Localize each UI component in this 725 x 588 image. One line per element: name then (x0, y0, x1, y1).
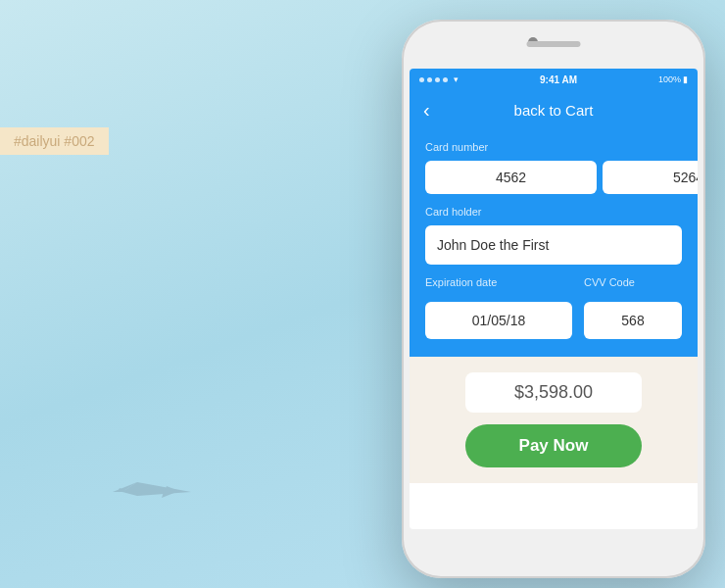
wifi-icon: ▾ (454, 74, 459, 84)
cvv-input[interactable] (584, 302, 682, 339)
back-button[interactable]: ‹ (423, 100, 430, 120)
battery-icon: ▮ (683, 74, 688, 84)
expiry-group: Expiration date (425, 276, 572, 339)
signal-area: ▾ (419, 74, 459, 84)
battery-area: 100% ▮ (658, 74, 688, 84)
pay-now-button[interactable]: Pay Now (465, 424, 642, 467)
signal-dot-2 (427, 77, 432, 82)
card-holder-input[interactable] (425, 225, 682, 265)
battery-percent: 100% (658, 74, 681, 84)
card-segment-1[interactable] (425, 161, 597, 194)
phone-screen: ▾ 9:41 AM 100% ▮ ‹ back to Cart Card num… (410, 69, 698, 529)
cvv-group: CVV Code (584, 276, 682, 339)
signal-dot-4 (443, 77, 448, 82)
expiry-label: Expiration date (425, 276, 572, 288)
phone-body: ▾ 9:41 AM 100% ▮ ‹ back to Cart Card num… (402, 20, 705, 578)
status-time: 9:41 AM (540, 74, 577, 85)
card-number-label: Card number (425, 141, 682, 153)
bottom-fields: Expiration date CVV Code (425, 276, 682, 339)
airplane-decoration (108, 478, 196, 510)
card-segment-2[interactable] (603, 161, 698, 194)
card-form-section: Card number Card holder Expiration date (410, 129, 698, 357)
phone-speaker (527, 41, 581, 47)
nav-bar: ‹ back to Cart (410, 90, 698, 129)
payment-section: $3,598.00 Pay Now (410, 357, 698, 483)
amount-display: $3,598.00 (465, 372, 642, 413)
hashtag-label: #dailyui #002 (0, 127, 109, 155)
card-holder-label: Card holder (425, 206, 682, 218)
signal-dot-1 (419, 77, 424, 82)
signal-dot-3 (435, 77, 440, 82)
expiry-input[interactable] (425, 302, 572, 339)
cvv-label: CVV Code (584, 276, 682, 288)
card-number-row (425, 161, 682, 194)
nav-title: back to Cart (514, 102, 594, 119)
status-bar: ▾ 9:41 AM 100% ▮ (410, 69, 698, 90)
phone-mockup: ▾ 9:41 AM 100% ▮ ‹ back to Cart Card num… (402, 20, 705, 578)
